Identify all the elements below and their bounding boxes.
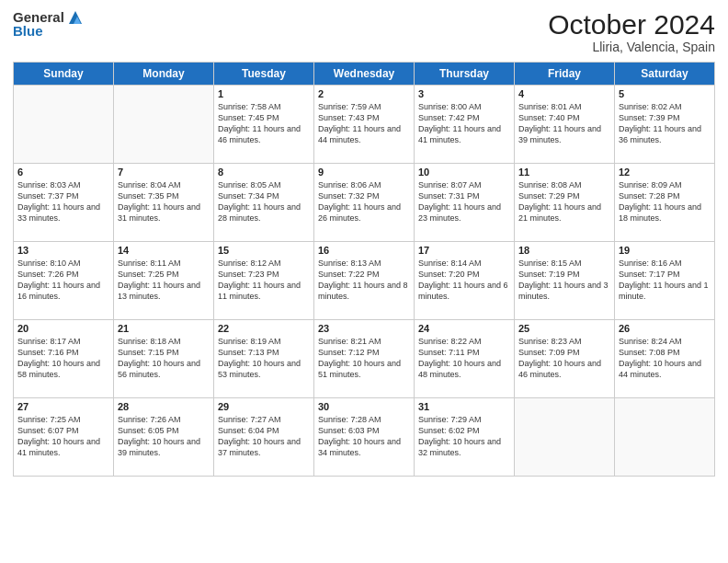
day-info: Sunrise: 8:23 AM Sunset: 7:09 PM Dayligh… [518,336,610,381]
day-number: 8 [218,167,310,178]
day-cell [615,398,715,477]
day-number: 22 [218,323,310,334]
day-number: 1 [218,88,310,99]
day-cell [14,86,114,164]
day-info: Sunrise: 8:21 AM Sunset: 7:12 PM Dayligh… [318,336,410,381]
day-number: 7 [118,167,210,178]
day-info: Sunrise: 7:29 AM Sunset: 6:02 PM Dayligh… [418,414,510,459]
day-cell: 11Sunrise: 8:08 AM Sunset: 7:29 PM Dayli… [515,164,615,242]
day-info: Sunrise: 8:01 AM Sunset: 7:40 PM Dayligh… [518,101,610,146]
day-number: 26 [619,323,711,334]
day-info: Sunrise: 8:13 AM Sunset: 7:22 PM Dayligh… [318,258,410,303]
day-cell: 10Sunrise: 8:07 AM Sunset: 7:31 PM Dayli… [415,164,515,242]
day-info: Sunrise: 8:00 AM Sunset: 7:42 PM Dayligh… [418,101,510,146]
day-info: Sunrise: 8:17 AM Sunset: 7:16 PM Dayligh… [17,336,109,381]
logo-blue: Blue [13,24,43,40]
day-cell: 9Sunrise: 8:06 AM Sunset: 7:32 PM Daylig… [314,164,415,242]
day-info: Sunrise: 7:27 AM Sunset: 6:04 PM Dayligh… [218,414,310,459]
day-number: 10 [418,167,510,178]
day-info: Sunrise: 8:03 AM Sunset: 7:37 PM Dayligh… [17,179,109,224]
day-cell: 22Sunrise: 8:19 AM Sunset: 7:13 PM Dayli… [214,320,314,398]
day-number: 11 [518,167,610,178]
day-number: 19 [619,245,711,256]
header-friday: Friday [515,63,615,86]
day-number: 9 [318,167,410,178]
day-number: 30 [318,401,410,412]
day-info: Sunrise: 7:25 AM Sunset: 6:07 PM Dayligh… [17,414,109,459]
logo-icon [67,9,84,26]
day-number: 31 [418,401,510,412]
day-info: Sunrise: 8:15 AM Sunset: 7:19 PM Dayligh… [518,258,610,303]
day-cell: 12Sunrise: 8:09 AM Sunset: 7:28 PM Dayli… [615,164,715,242]
logo-block: General Blue [13,9,84,40]
day-info: Sunrise: 8:18 AM Sunset: 7:15 PM Dayligh… [118,336,210,381]
day-info: Sunrise: 8:04 AM Sunset: 7:35 PM Dayligh… [118,179,210,224]
day-cell: 3Sunrise: 8:00 AM Sunset: 7:42 PM Daylig… [415,86,515,164]
day-number: 18 [518,245,610,256]
day-cell: 14Sunrise: 8:11 AM Sunset: 7:25 PM Dayli… [114,242,214,320]
week-row-1: 6Sunrise: 8:03 AM Sunset: 7:37 PM Daylig… [14,164,715,242]
day-number: 16 [318,245,410,256]
day-cell: 27Sunrise: 7:25 AM Sunset: 6:07 PM Dayli… [14,398,114,477]
day-cell [515,398,615,477]
day-cell: 17Sunrise: 8:14 AM Sunset: 7:20 PM Dayli… [415,242,515,320]
day-number: 2 [318,88,410,99]
day-cell: 7Sunrise: 8:04 AM Sunset: 7:35 PM Daylig… [114,164,214,242]
day-cell: 29Sunrise: 7:27 AM Sunset: 6:04 PM Dayli… [214,398,314,477]
day-cell: 8Sunrise: 8:05 AM Sunset: 7:34 PM Daylig… [214,164,314,242]
day-cell: 1Sunrise: 7:58 AM Sunset: 7:45 PM Daylig… [214,86,314,164]
day-number: 13 [17,245,109,256]
day-info: Sunrise: 8:19 AM Sunset: 7:13 PM Dayligh… [218,336,310,381]
day-cell: 30Sunrise: 7:28 AM Sunset: 6:03 PM Dayli… [314,398,415,477]
day-info: Sunrise: 7:28 AM Sunset: 6:03 PM Dayligh… [318,414,410,459]
day-info: Sunrise: 7:58 AM Sunset: 7:45 PM Dayligh… [218,101,310,146]
header-thursday: Thursday [415,63,515,86]
day-number: 4 [518,88,610,99]
day-cell: 15Sunrise: 8:12 AM Sunset: 7:23 PM Dayli… [214,242,314,320]
title-month: October 2024 [548,9,715,40]
day-info: Sunrise: 8:10 AM Sunset: 7:26 PM Dayligh… [17,258,109,303]
day-cell: 6Sunrise: 8:03 AM Sunset: 7:37 PM Daylig… [14,164,114,242]
day-cell: 23Sunrise: 8:21 AM Sunset: 7:12 PM Dayli… [314,320,415,398]
header-row: SundayMondayTuesdayWednesdayThursdayFrid… [14,63,715,86]
day-cell: 5Sunrise: 8:02 AM Sunset: 7:39 PM Daylig… [615,86,715,164]
header-tuesday: Tuesday [214,63,314,86]
week-row-0: 1Sunrise: 7:58 AM Sunset: 7:45 PM Daylig… [14,86,715,164]
day-cell: 19Sunrise: 8:16 AM Sunset: 7:17 PM Dayli… [615,242,715,320]
day-info: Sunrise: 8:12 AM Sunset: 7:23 PM Dayligh… [218,258,310,303]
day-number: 23 [318,323,410,334]
day-number: 12 [619,167,711,178]
day-info: Sunrise: 8:11 AM Sunset: 7:25 PM Dayligh… [118,258,210,303]
calendar-table: SundayMondayTuesdayWednesdayThursdayFrid… [13,62,715,477]
day-cell: 26Sunrise: 8:24 AM Sunset: 7:08 PM Dayli… [615,320,715,398]
day-cell: 4Sunrise: 8:01 AM Sunset: 7:40 PM Daylig… [515,86,615,164]
day-cell: 13Sunrise: 8:10 AM Sunset: 7:26 PM Dayli… [14,242,114,320]
day-info: Sunrise: 8:08 AM Sunset: 7:29 PM Dayligh… [518,179,610,224]
day-number: 21 [118,323,210,334]
day-cell: 25Sunrise: 8:23 AM Sunset: 7:09 PM Dayli… [515,320,615,398]
day-info: Sunrise: 8:16 AM Sunset: 7:17 PM Dayligh… [619,258,711,303]
day-number: 27 [17,401,109,412]
day-number: 5 [619,88,711,99]
week-row-4: 27Sunrise: 7:25 AM Sunset: 6:07 PM Dayli… [14,398,715,477]
day-info: Sunrise: 8:09 AM Sunset: 7:28 PM Dayligh… [619,179,711,224]
page: General Blue October 2024 Lliria, Valenc… [0,0,728,563]
day-cell: 20Sunrise: 8:17 AM Sunset: 7:16 PM Dayli… [14,320,114,398]
day-number: 24 [418,323,510,334]
day-number: 28 [118,401,210,412]
day-info: Sunrise: 7:59 AM Sunset: 7:43 PM Dayligh… [318,101,410,146]
day-number: 25 [518,323,610,334]
day-cell: 16Sunrise: 8:13 AM Sunset: 7:22 PM Dayli… [314,242,415,320]
day-number: 6 [17,167,109,178]
day-number: 3 [418,88,510,99]
header-sunday: Sunday [14,63,114,86]
day-number: 17 [418,245,510,256]
day-cell [114,86,214,164]
header-monday: Monday [114,63,214,86]
day-cell: 28Sunrise: 7:26 AM Sunset: 6:05 PM Dayli… [114,398,214,477]
day-info: Sunrise: 8:24 AM Sunset: 7:08 PM Dayligh… [619,336,711,381]
header: General Blue October 2024 Lliria, Valenc… [13,9,715,54]
header-saturday: Saturday [615,63,715,86]
day-number: 15 [218,245,310,256]
day-number: 20 [17,323,109,334]
